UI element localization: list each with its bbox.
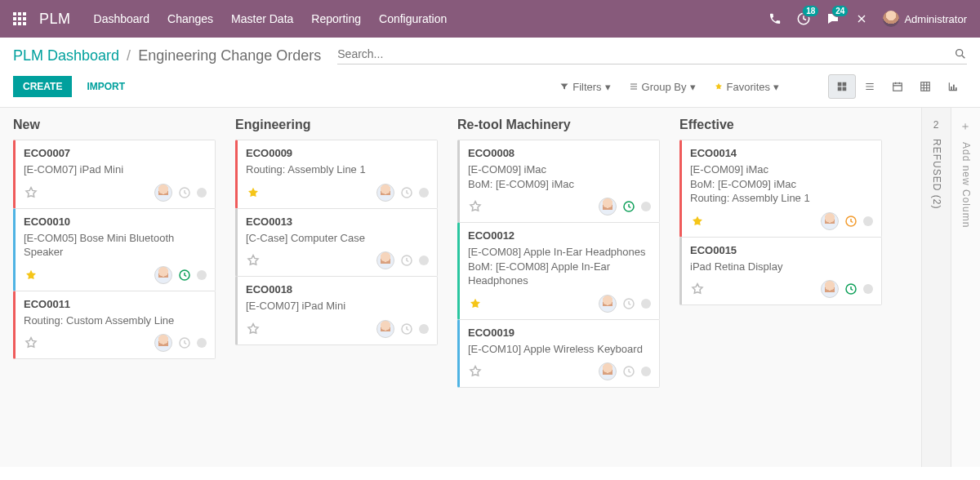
- star-toggle[interactable]: [468, 199, 483, 214]
- clock-icon[interactable]: [177, 268, 192, 282]
- kanban-column[interactable]: EffectiveECO0014[E-COM09] iMacBoM: [E-CO…: [666, 108, 889, 467]
- create-button[interactable]: CREATE: [13, 76, 72, 97]
- menu-master-data[interactable]: Master Data: [231, 12, 293, 25]
- assignee-avatar-icon[interactable]: [821, 212, 839, 230]
- calendar-view-button[interactable]: [884, 74, 911, 99]
- graph-view-button[interactable]: [939, 74, 967, 99]
- star-toggle[interactable]: [690, 214, 705, 229]
- kanban-state-dot[interactable]: [197, 188, 207, 198]
- kanban-state-dot[interactable]: [863, 216, 873, 226]
- breadcrumb: PLM Dashboard / Engineering Change Order…: [13, 47, 321, 64]
- kanban-state-dot[interactable]: [419, 256, 429, 265]
- main-menu: Dashboard Changes Master Data Reporting …: [94, 12, 769, 25]
- star-toggle[interactable]: [468, 364, 483, 379]
- add-column-rail[interactable]: ＋ Add new Column: [951, 108, 980, 467]
- clock-icon[interactable]: [844, 214, 858, 229]
- assignee-avatar-icon[interactable]: [821, 280, 839, 298]
- kanban-state-dot[interactable]: [863, 284, 873, 294]
- star-toggle[interactable]: [468, 296, 483, 311]
- card-line: [E-COM10] Apple Wireless Keyboard: [468, 342, 651, 357]
- svg-rect-5: [838, 87, 842, 91]
- assignee-avatar-icon[interactable]: [376, 320, 394, 338]
- menu-changes[interactable]: Changes: [167, 12, 213, 25]
- menu-configuration[interactable]: Configuration: [379, 12, 447, 25]
- star-toggle[interactable]: [246, 185, 261, 200]
- clock-icon[interactable]: [621, 296, 636, 311]
- kanban-state-dot[interactable]: [641, 299, 651, 309]
- star-toggle[interactable]: [24, 268, 38, 282]
- card-code: ECO0008: [468, 147, 651, 159]
- discuss-icon[interactable]: 24: [826, 11, 840, 26]
- voip-icon[interactable]: [768, 12, 782, 25]
- clock-icon[interactable]: [177, 336, 192, 350]
- card-code: ECO0019: [468, 327, 651, 339]
- star-toggle[interactable]: [24, 336, 38, 350]
- clock-icon[interactable]: [399, 253, 414, 268]
- assignee-avatar-icon[interactable]: [154, 184, 172, 202]
- breadcrumb-current: Engineering Change Orders: [138, 47, 321, 64]
- debug-icon[interactable]: [855, 12, 868, 25]
- favorites-dropdown[interactable]: Favorites ▾: [714, 81, 779, 93]
- clock-icon[interactable]: [177, 185, 192, 200]
- kanban-board[interactable]: NewECO0007[E-COM07] iPad MiniECO0010[E-C…: [0, 108, 921, 467]
- kanban-state-dot[interactable]: [641, 202, 651, 211]
- kanban-card[interactable]: ECO0012[E-COM08] Apple In-Ear Headphones…: [457, 222, 660, 320]
- import-button[interactable]: IMPORT: [80, 76, 131, 97]
- list-view-button[interactable]: [856, 74, 884, 99]
- kanban-state-dot[interactable]: [197, 338, 207, 348]
- assignee-avatar-icon[interactable]: [376, 184, 394, 202]
- kanban-state-dot[interactable]: [419, 324, 429, 334]
- clock-icon[interactable]: [844, 282, 858, 296]
- kanban-view-button[interactable]: [828, 74, 856, 99]
- star-toggle[interactable]: [246, 253, 261, 268]
- kanban-column[interactable]: NewECO0007[E-COM07] iPad MiniECO0010[E-C…: [0, 108, 222, 467]
- kanban-state-dot[interactable]: [419, 188, 429, 198]
- kanban-card[interactable]: ECO0018[E-COM07] iPad Mini: [235, 276, 438, 345]
- star-toggle[interactable]: [690, 282, 705, 296]
- menu-dashboard[interactable]: Dashboard: [94, 12, 150, 25]
- kanban-card[interactable]: ECO0014[E-COM09] iMacBoM: [E-COM09] iMac…: [679, 140, 882, 238]
- kanban-card[interactable]: ECO0007[E-COM07] iPad Mini: [13, 140, 216, 209]
- filters-dropdown[interactable]: Filters ▾: [559, 81, 610, 93]
- clock-icon[interactable]: [621, 199, 636, 214]
- assignee-avatar-icon[interactable]: [599, 362, 617, 380]
- card-line: Routing: Custom Assembly Line: [24, 313, 207, 328]
- search-icon[interactable]: [954, 47, 967, 60]
- kanban-card[interactable]: ECO0008[E-COM09] iMacBoM: [E-COM09] iMac: [457, 140, 660, 223]
- card-code: ECO0010: [24, 216, 207, 228]
- kanban-state-dot[interactable]: [641, 367, 651, 376]
- breadcrumb-root[interactable]: PLM Dashboard: [13, 47, 119, 64]
- kanban-card[interactable]: ECO0015iPad Retina Display: [679, 237, 882, 306]
- activities-icon[interactable]: 18: [796, 11, 811, 26]
- kanban-card[interactable]: ECO0010[E-COM05] Bose Mini Bluetooth Spe…: [13, 208, 216, 291]
- kanban-card[interactable]: ECO0013[C-Case] Computer Case: [235, 208, 438, 278]
- assignee-avatar-icon[interactable]: [599, 295, 617, 313]
- kanban-card[interactable]: ECO0019[E-COM10] Apple Wireless Keyboard: [457, 319, 660, 389]
- star-toggle[interactable]: [24, 185, 38, 200]
- star-toggle[interactable]: [246, 322, 261, 336]
- kanban-card[interactable]: ECO0009Routing: Assembly Line 1: [235, 140, 438, 209]
- assignee-avatar-icon[interactable]: [599, 198, 617, 216]
- folded-column-refused[interactable]: 2 REFUSED (2): [921, 108, 951, 467]
- user-menu[interactable]: Administrator: [883, 11, 967, 27]
- assignee-avatar-icon[interactable]: [376, 251, 394, 269]
- apps-icon[interactable]: [13, 12, 26, 25]
- card-footer: [246, 318, 429, 340]
- search-input[interactable]: [337, 47, 954, 60]
- assignee-avatar-icon[interactable]: [154, 334, 172, 352]
- card-line: Routing: Assembly Line 1: [246, 162, 429, 177]
- kanban-column[interactable]: EngineeringECO0009Routing: Assembly Line…: [222, 108, 444, 467]
- kanban-column[interactable]: Re-tool MachineryECO0008[E-COM09] iMacBo…: [444, 108, 666, 467]
- kanban-card[interactable]: ECO0011Routing: Custom Assembly Line: [13, 291, 216, 360]
- clock-icon[interactable]: [399, 322, 414, 336]
- groupby-dropdown[interactable]: Group By ▾: [629, 81, 696, 93]
- clock-icon[interactable]: [621, 364, 636, 379]
- caret-down-icon: ▾: [690, 81, 696, 93]
- avatar-icon: [883, 11, 899, 27]
- menu-reporting[interactable]: Reporting: [311, 12, 361, 25]
- kanban-state-dot[interactable]: [197, 270, 207, 280]
- kanban-column-title: Re-tool Machinery: [457, 118, 660, 132]
- assignee-avatar-icon[interactable]: [154, 266, 172, 284]
- pivot-view-button[interactable]: [911, 74, 939, 99]
- clock-icon[interactable]: [399, 185, 414, 200]
